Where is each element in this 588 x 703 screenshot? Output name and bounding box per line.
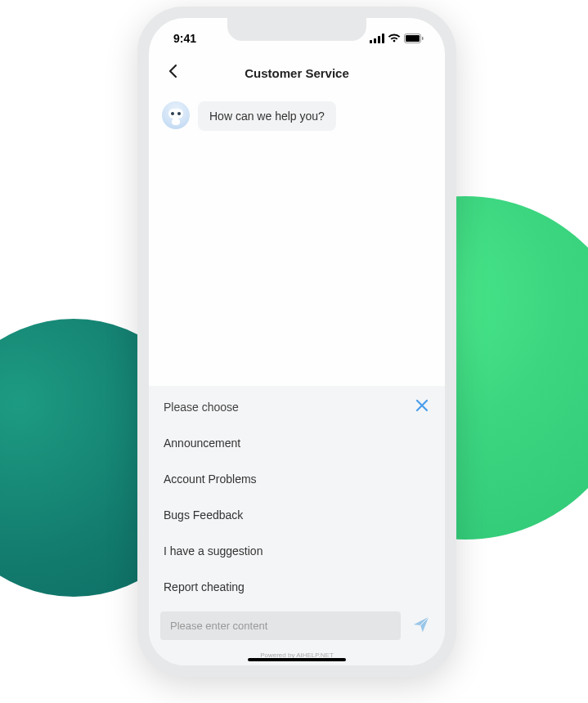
phone-screen: 9:41 Customer Service <box>149 18 445 665</box>
phone-frame: 9:41 Customer Service <box>137 7 456 677</box>
message-input[interactable]: Please enter content <box>160 611 401 640</box>
svg-rect-3 <box>382 34 384 43</box>
panel-option-report-cheating[interactable]: Report cheating <box>149 569 445 605</box>
home-indicator[interactable] <box>248 658 346 661</box>
svg-rect-1 <box>374 38 376 43</box>
phone-notch <box>227 18 366 41</box>
back-button[interactable] <box>164 60 182 85</box>
panel-close-button[interactable] <box>414 397 430 417</box>
chat-message-row: How can we help you? <box>162 101 432 131</box>
close-icon <box>415 399 429 412</box>
battery-icon <box>404 34 424 43</box>
panel-option-bugs-feedback[interactable]: Bugs Feedback <box>149 497 445 533</box>
options-panel: Please choose Announcement Account Probl… <box>149 386 445 605</box>
footer: Powered by AIHELP.NET <box>149 647 445 665</box>
wifi-icon <box>388 34 401 43</box>
svg-rect-5 <box>406 35 420 42</box>
send-icon <box>412 616 430 634</box>
panel-option-announcement[interactable]: Announcement <box>149 425 445 461</box>
chat-area: How can we help you? <box>149 92 445 386</box>
page-title: Customer Service <box>245 66 349 80</box>
bot-avatar <box>162 101 190 129</box>
svg-rect-6 <box>422 37 424 40</box>
status-time: 9:41 <box>173 32 196 45</box>
send-button[interactable] <box>409 612 433 640</box>
input-bar: Please enter content <box>149 605 445 647</box>
signal-icon <box>370 34 384 43</box>
panel-option-account-problems[interactable]: Account Problems <box>149 461 445 497</box>
panel-header: Please choose <box>149 386 445 425</box>
panel-prompt: Please choose <box>164 401 239 414</box>
svg-rect-2 <box>378 36 380 43</box>
nav-header: Customer Service <box>149 54 445 92</box>
status-icons <box>370 34 424 43</box>
bot-message-bubble: How can we help you? <box>198 101 336 131</box>
chevron-left-icon <box>167 64 178 78</box>
svg-rect-0 <box>370 40 372 43</box>
panel-option-suggestion[interactable]: I have a suggestion <box>149 533 445 569</box>
